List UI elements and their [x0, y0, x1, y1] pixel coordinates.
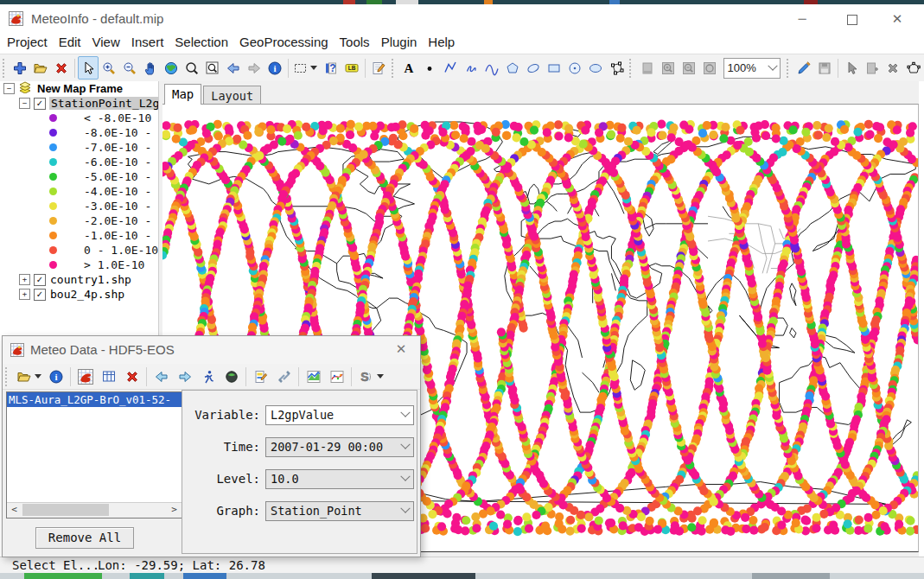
zoom-level-combobox[interactable]: 100% — [723, 58, 781, 79]
layer-checkbox[interactable]: ✓ — [34, 98, 46, 110]
open-project-button[interactable] — [30, 56, 51, 80]
zoom-previous-button[interactable] — [223, 56, 244, 80]
station-layer-node[interactable]: − ✓ StationPoint_L2gpValue — [0, 96, 158, 111]
stop-animation-button[interactable] — [220, 365, 243, 388]
zoom-next-button[interactable] — [244, 56, 264, 80]
label-button[interactable]: LB — [341, 56, 362, 80]
data-info-button[interactable]: i — [44, 365, 67, 388]
zoom-in-tool-button[interactable] — [99, 56, 119, 80]
map-frame-node[interactable]: − New Map Frame — [0, 81, 158, 96]
zoom-out-tool-button[interactable] — [119, 56, 140, 80]
globe-tool-button[interactable] — [161, 56, 182, 80]
point-tool-button[interactable] — [419, 56, 440, 80]
dataset-listbox[interactable]: MLS-Aura_L2GP-BrO_v01-52- < > — [6, 391, 182, 519]
scroll-left-arrow[interactable]: < — [7, 503, 22, 517]
legend-item[interactable]: 0 - 1.0E-10 — [0, 243, 158, 258]
level-combobox[interactable]: 10.0 — [265, 469, 414, 489]
collapse-icon[interactable]: − — [19, 98, 30, 109]
dialog-close-button[interactable]: ✕ — [392, 341, 410, 357]
scatter-chart-button[interactable] — [325, 365, 348, 388]
legend-item[interactable]: -6.0E-10 - -5.0E-10 — [0, 155, 158, 169]
legend-item[interactable]: -8.0E-10 - -7.0E-10 — [0, 125, 158, 140]
full-extent-tool-button[interactable] — [202, 56, 223, 80]
area-chart-button[interactable] — [302, 365, 325, 388]
scroll-thumb[interactable] — [22, 504, 109, 516]
zoom-combo-chevron-icon[interactable] — [768, 60, 777, 70]
layer-label[interactable]: country1.shp — [50, 273, 131, 286]
layer-checkbox[interactable]: ✓ — [34, 289, 46, 301]
rectangle-tool-button[interactable] — [544, 56, 564, 80]
polygon-select-tool-button[interactable] — [903, 56, 924, 80]
help-button[interactable]: ? — [321, 56, 341, 80]
legend-item[interactable]: > 1.0E-10 — [0, 258, 158, 272]
minimize-button[interactable]: ─ — [782, 4, 822, 33]
layer-checkbox[interactable]: ✓ — [34, 274, 46, 286]
time-combobox[interactable]: 2007-01-29 00:00 — [265, 437, 414, 457]
expand-icon[interactable]: + — [19, 274, 30, 285]
legend-item[interactable]: < -8.0E-10 — [0, 111, 158, 125]
oval-tool-button[interactable] — [585, 56, 606, 80]
open-file-caret-icon[interactable] — [35, 374, 41, 379]
menu-item-view[interactable]: View — [88, 33, 124, 51]
zoom-window-tool-button[interactable] — [182, 56, 202, 80]
script-caret-icon[interactable] — [377, 374, 384, 379]
menu-item-project[interactable]: Project — [3, 33, 52, 51]
layer-label[interactable]: bou2_4p.shp — [50, 288, 124, 301]
legend-item[interactable]: -1.0E-10 - 0 — [0, 228, 158, 243]
legend-item[interactable]: -3.0E-10 - -2.0E-10 — [0, 199, 158, 213]
remove-file-button[interactable] — [120, 365, 143, 388]
graph-combobox[interactable]: Station_Point — [265, 501, 414, 521]
combobox-chevron-icon[interactable] — [400, 440, 410, 449]
tools-button[interactable] — [272, 365, 296, 388]
maximize-button[interactable] — [832, 4, 872, 33]
remove-all-button[interactable]: Remove All — [35, 527, 134, 549]
polygon-tool-button[interactable] — [502, 56, 523, 80]
menu-item-plugin[interactable]: Plugin — [377, 33, 422, 51]
table-view-button[interactable] — [97, 365, 120, 388]
combobox-chevron-icon[interactable] — [400, 408, 410, 417]
edit-vertices-tool-button[interactable] — [606, 56, 627, 80]
legend-item[interactable]: -5.0E-10 - -4.0E-10 — [0, 169, 158, 184]
list-horizontal-scrollbar[interactable]: < > — [7, 502, 182, 518]
scroll-right-arrow[interactable]: > — [167, 503, 182, 517]
remove-layer-button[interactable] — [51, 56, 72, 80]
menu-item-geoprocessing[interactable]: GeoProcessing — [235, 33, 333, 51]
layer-node[interactable]: +✓bou2_4p.shp — [0, 287, 158, 302]
curve-tool-button[interactable] — [481, 56, 502, 80]
legend-item[interactable]: -4.0E-10 - -3.0E-10 — [0, 184, 158, 199]
polyline-tool-button[interactable] — [440, 56, 461, 80]
circle-tool-button[interactable] — [564, 56, 585, 80]
station-layer-label[interactable]: StationPoint_L2gpValue — [49, 97, 159, 110]
text-tool-button[interactable]: A — [398, 56, 419, 80]
edit-pencil-button[interactable] — [793, 56, 814, 80]
open-file-button[interactable] — [13, 365, 44, 388]
legend-item[interactable]: -7.0E-10 - -6.0E-10 — [0, 140, 158, 155]
add-layer-button[interactable] — [10, 56, 30, 80]
legend-item[interactable]: -2.0E-10 - -1.0E-10 — [0, 213, 158, 228]
menu-item-edit[interactable]: Edit — [54, 33, 86, 51]
menu-item-insert[interactable]: Insert — [127, 33, 169, 51]
close-button[interactable]: ✕ — [877, 4, 917, 33]
dataset-item-selected[interactable]: MLS-Aura_L2GP-BrO_v01-52- — [7, 392, 182, 407]
draw-data-button[interactable] — [73, 365, 97, 388]
previous-time-button[interactable] — [150, 365, 173, 388]
variable-combobox[interactable]: L2gpValue — [265, 405, 414, 425]
menu-item-help[interactable]: Help — [424, 33, 459, 51]
select-features-caret-icon[interactable] — [310, 66, 317, 70]
tab-layout[interactable]: Layout — [203, 86, 261, 104]
animate-button[interactable] — [196, 365, 220, 388]
script-button[interactable]: S — [354, 365, 387, 388]
pan-tool-button[interactable] — [140, 56, 161, 80]
combobox-chevron-icon[interactable] — [400, 504, 410, 513]
menu-item-selection[interactable]: Selection — [170, 33, 233, 51]
layer-node[interactable]: +✓country1.shp — [0, 272, 158, 287]
tab-map[interactable]: Map — [164, 84, 201, 105]
freehand-tool-button[interactable] — [461, 56, 481, 80]
note-edit-button[interactable] — [368, 56, 389, 80]
ellipse-rotated-tool-button[interactable] — [523, 56, 544, 80]
map-frame-label[interactable]: New Map Frame — [37, 82, 123, 95]
dialog-titlebar[interactable]: Meteo Data - HDF5-EOS ✕ — [3, 336, 420, 365]
next-time-button[interactable] — [173, 365, 196, 388]
select-tool-button[interactable] — [78, 56, 99, 80]
menu-item-tools[interactable]: Tools — [335, 33, 374, 51]
